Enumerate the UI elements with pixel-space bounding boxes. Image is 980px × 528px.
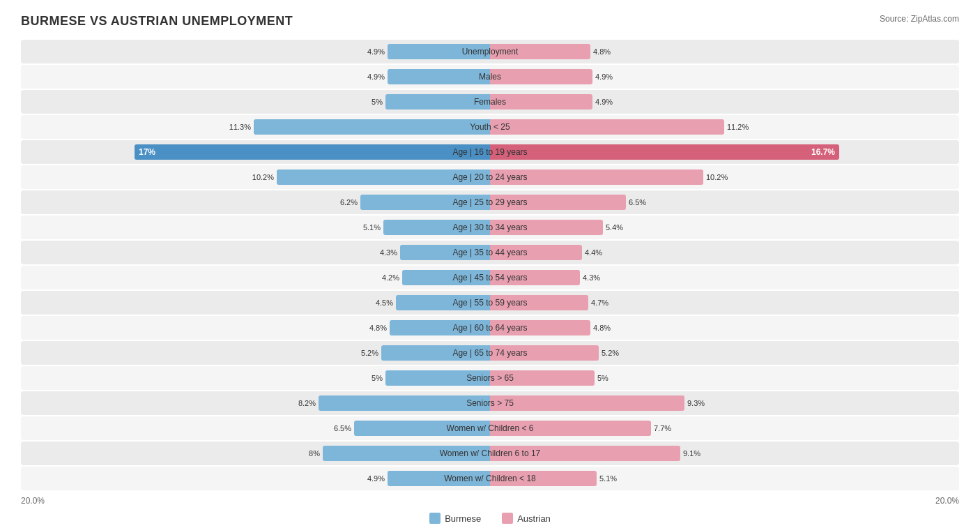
bar-blue: 4.8% [390,320,490,335]
legend: Burmese Austrian [21,513,959,524]
bar-pink: 4.3% [490,270,580,285]
bar-left-container: 4.9% [21,40,490,63]
bar-value-left: 6.2% [340,198,358,206]
legend-austrian: Austrian [502,513,551,524]
chart-row: 4.3%Age | 35 to 44 years4.4% [21,241,959,264]
bar-pink: 9.1% [490,446,680,461]
bar-pink: 10.2% [490,169,703,185]
axis-left: 20.0% [21,496,45,506]
bar-value-right: 10.2% [706,173,728,181]
bar-pink: 4.9% [490,94,592,110]
bar-right-container: 4.8% [490,40,959,63]
bar-pink: 6.5% [490,195,626,210]
bar-value-right: 11.2% [727,123,749,131]
bar-value-right: 4.3% [583,273,600,282]
bar-value-right: 9.3% [687,399,705,407]
bar-blue: 5.1% [383,220,490,235]
bar-value-right: 5.4% [606,223,623,232]
bar-blue: 4.2% [402,270,490,285]
bar-left-container: 11.3% [21,115,490,139]
bar-right-container: 4.9% [490,65,959,89]
bar-value-left: 6.5% [334,424,351,432]
legend-austrian-label: Austrian [517,513,551,524]
bar-left-container: 5.1% [21,216,490,239]
bar-blue: 4.5% [396,295,490,310]
chart-body: 4.9%Unemployment4.8%4.9%Males4.9%5%Femal… [21,40,959,490]
bar-right-container: 11.2% [490,115,959,139]
chart-row: 5.1%Age | 30 to 34 years5.4% [21,216,959,239]
bar-right-container: 5.2% [490,341,959,365]
bar-value-right: 4.9% [595,73,613,81]
axis-row: 20.0% 20.0% [21,496,959,506]
bar-right-container: 5% [490,366,959,390]
bar-value-left: 5.1% [363,223,381,232]
chart-row: 4.9%Males4.9% [21,65,959,89]
chart-row: 6.5%Women w/ Children < 67.7% [21,416,959,440]
bar-value-right: 16.7% [811,147,835,157]
bar-value-left: 4.9% [367,47,385,56]
bar-value-left: 8% [309,449,320,458]
bar-right-container: 9.1% [490,442,959,465]
chart-row: 8%Women w/ Children 6 to 179.1% [21,442,959,465]
bar-blue: 5% [385,370,490,386]
bar-left-container: 4.9% [21,65,490,89]
bar-value-right: 5.2% [602,349,619,357]
bar-right-container: 10.2% [490,165,959,189]
bar-blue: 17% [135,144,490,160]
bar-left-container: 10.2% [21,165,490,189]
bar-value-right: 4.8% [593,324,611,332]
bar-blue: 6.2% [360,195,490,210]
bar-value-left: 4.8% [369,324,387,332]
bar-pink: 4.7% [490,295,588,310]
bar-left-container: 4.2% [21,266,490,289]
chart-row: 4.9%Unemployment4.8% [21,40,959,63]
bar-pink: 5.2% [490,345,599,361]
bar-value-left: 10.2% [252,173,274,181]
chart-row: 4.2%Age | 45 to 54 years4.3% [21,266,959,289]
bar-blue: 4.9% [388,69,490,84]
chart-container: BURMESE VS AUSTRIAN UNEMPLOYMENT Source:… [0,0,980,528]
bar-value-left: 8.2% [298,399,316,407]
bar-right-container: 4.9% [490,90,959,114]
bar-blue: 5.2% [381,345,490,361]
bar-pink: 11.2% [490,119,724,135]
bar-left-container: 5% [21,90,490,114]
bar-value-left: 4.3% [380,248,397,257]
bar-value-right: 6.5% [629,198,646,206]
bar-right-container: 5.1% [490,467,959,490]
bar-pink: 4.4% [490,245,582,260]
bar-value-right: 4.4% [585,248,602,257]
bar-value-right: 4.8% [593,47,611,56]
legend-burmese-box [429,513,441,524]
bar-value-left: 11.3% [229,123,251,131]
bar-pink: 4.8% [490,320,590,335]
bar-right-container: 4.4% [490,241,959,264]
bar-right-container: 5.4% [490,216,959,239]
bar-right-container: 9.3% [490,391,959,415]
legend-burmese: Burmese [429,513,481,524]
bar-value-right: 5.1% [599,474,617,483]
bar-blue: 4.3% [400,245,490,260]
chart-row: 4.9%Women w/ Children < 185.1% [21,467,959,490]
bar-blue: 8% [323,446,490,461]
bar-value-left: 4.9% [367,73,385,81]
axis-right: 20.0% [935,496,959,506]
bar-blue: 11.3% [254,119,490,135]
chart-row: 6.2%Age | 25 to 29 years6.5% [21,190,959,214]
bar-value-left: 17% [139,147,155,157]
bar-left-container: 8% [21,442,490,465]
chart-header: BURMESE VS AUSTRIAN UNEMPLOYMENT Source:… [21,14,959,29]
bar-right-container: 16.7% [490,140,959,164]
bar-right-container: 4.8% [490,316,959,340]
bar-value-right: 4.9% [595,98,613,106]
bar-pink: 4.8% [490,44,590,59]
bar-pink: 7.7% [490,421,651,436]
bar-left-container: 17% [21,140,490,164]
bar-left-container: 5% [21,366,490,390]
bar-left-container: 5.2% [21,341,490,365]
chart-row: 4.8%Age | 60 to 64 years4.8% [21,316,959,340]
bar-value-right: 4.7% [591,299,608,307]
bar-pink: 5.4% [490,220,603,235]
bar-left-container: 4.9% [21,467,490,490]
bar-left-container: 6.2% [21,190,490,214]
